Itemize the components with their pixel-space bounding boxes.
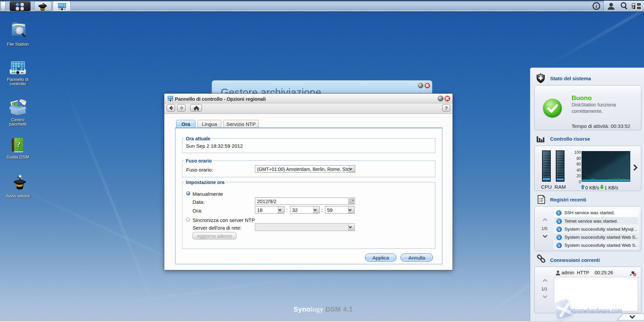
svg-text:?: ? <box>16 140 20 149</box>
svg-text:i: i <box>596 4 597 9</box>
